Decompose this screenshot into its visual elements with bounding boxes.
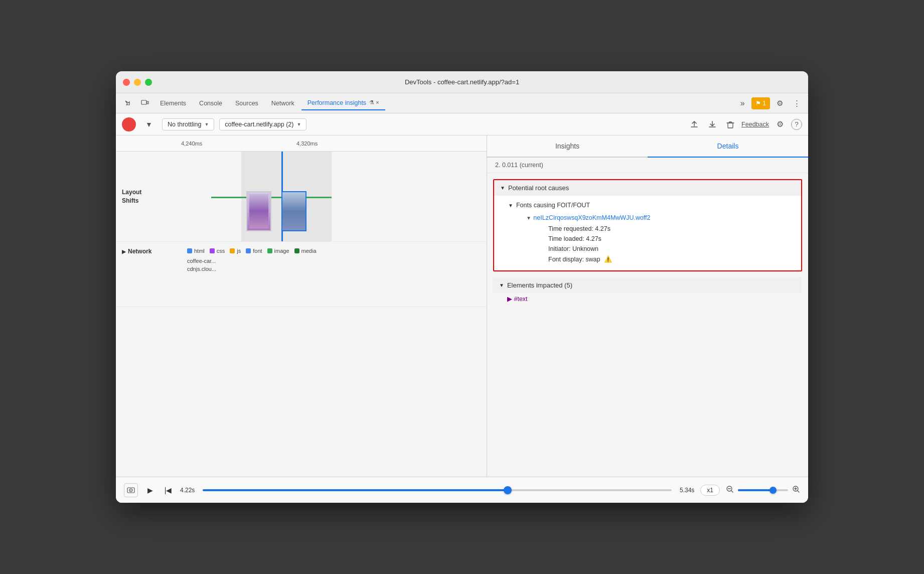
tab-performance-insights[interactable]: Performance insights ⚗ ×: [301, 96, 385, 110]
screenshot-toggle[interactable]: [124, 483, 138, 497]
more-options-button[interactable]: ⋮: [789, 96, 804, 110]
device-icon[interactable]: [137, 96, 153, 110]
download-icon[interactable]: [705, 117, 719, 131]
legend-js: js: [230, 248, 241, 254]
skip-start-button[interactable]: |◀: [162, 484, 174, 496]
font-link[interactable]: neILzCirqoswsqX9zoKmM4MwWJU.woff2: [533, 214, 650, 221]
fonts-section: ▼ Fonts causing FOIT/FOUT ▼ neILzCirqosw…: [500, 200, 795, 264]
left-panel: 4,240ms 4,320ms Layout Shifts: [116, 135, 487, 477]
speed-button[interactable]: x1: [700, 485, 720, 496]
legend-dot-media: [294, 248, 299, 253]
thumbnail-2[interactable]: [281, 191, 306, 231]
legend-html: html: [187, 248, 205, 254]
legend-dot-font: [246, 248, 251, 253]
legend-font: font: [246, 248, 262, 254]
tab-bar: Elements Console Sources Network Perform…: [116, 93, 808, 113]
layout-shifts-row: Layout Shifts: [116, 152, 487, 242]
upload-icon[interactable]: [687, 117, 701, 131]
throttling-dropdown[interactable]: No throttling ▼: [162, 118, 214, 130]
fonts-expand-icon[interactable]: ▼: [508, 203, 513, 208]
tab-elements[interactable]: Elements: [154, 96, 192, 110]
time-loaded: Time loaded: 4.27s: [522, 234, 795, 244]
network-content: html css js font: [181, 242, 487, 307]
ruler-tick-2: 4,320ms: [296, 140, 318, 147]
tab-console[interactable]: Console: [193, 96, 228, 110]
potential-root-causes-section: ▼ Potential root causes ▼ Fonts causing …: [493, 179, 802, 271]
tab-details[interactable]: Details: [648, 135, 808, 158]
network-urls: coffee-car... cdnjs.clou...: [181, 254, 487, 276]
hash-text[interactable]: ▶ #text: [493, 293, 802, 305]
font-link-row: ▼ neILzCirqoswsqX9zoKmM4MwWJU.woff2: [522, 211, 795, 224]
throttling-arrow: ▼: [204, 122, 209, 127]
tab-sources[interactable]: Sources: [229, 96, 264, 110]
zoom-in-icon[interactable]: [792, 485, 800, 495]
thumbnail-1[interactable]: [246, 191, 271, 231]
legend-dot-html: [187, 248, 192, 253]
potential-root-causes-header: ▼ Potential root causes: [494, 180, 801, 196]
zoom-slider[interactable]: [738, 489, 788, 491]
tab-network[interactable]: Network: [265, 96, 300, 110]
expand-icon[interactable]: ▼: [500, 185, 505, 191]
zoom-thumb[interactable]: [769, 487, 777, 494]
font-display: Font display: swap ⚠️: [522, 254, 795, 264]
record-button[interactable]: [122, 117, 136, 131]
elements-expand-icon[interactable]: ▼: [499, 282, 504, 288]
svg-point-5: [130, 490, 131, 491]
notification-button[interactable]: ⚑ 1: [751, 97, 770, 109]
zoom-out-icon[interactable]: [726, 485, 734, 495]
help-icon[interactable]: ?: [791, 119, 802, 130]
tab-close-icon[interactable]: ⚗ ×: [369, 99, 379, 106]
bottom-bar: ▶ |◀ 4.22s 5.34s x1: [116, 477, 808, 503]
time-requested: Time requested: 4.27s: [522, 224, 795, 234]
network-url-1: coffee-car...: [187, 258, 481, 264]
network-expand-icon[interactable]: ▶: [122, 249, 126, 254]
network-label-title: ▶ Network: [122, 248, 175, 255]
play-button[interactable]: ▶: [144, 484, 156, 496]
warning-icon: ⚠️: [604, 255, 612, 263]
font-details: ▼ neILzCirqoswsqX9zoKmM4MwWJU.woff2 Time…: [500, 211, 795, 264]
window-title: DevTools - coffee-cart.netlify.app/?ad=1: [405, 78, 519, 86]
timeline-ruler: 4,240ms 4,320ms: [116, 135, 487, 152]
network-row: ▶ Network html css: [116, 242, 487, 307]
time-end: 5.34s: [680, 487, 694, 494]
panel-tabs: Insights Details: [487, 135, 808, 158]
close-button[interactable]: [123, 79, 130, 86]
details-content[interactable]: 2. 0.011 (current) ▼ Potential root caus…: [487, 158, 808, 477]
maximize-button[interactable]: [145, 79, 152, 86]
legend-image: image: [267, 248, 289, 254]
inspect-icon[interactable]: [120, 96, 136, 110]
feedback-link[interactable]: Feedback: [741, 121, 769, 128]
elements-impacted-section: ▼ Elements impacted (5) ▶ #text: [493, 277, 802, 305]
svg-rect-1: [147, 101, 148, 104]
minimize-button[interactable]: [134, 79, 141, 86]
time-start: 4.22s: [180, 487, 195, 494]
legend-css: css: [210, 248, 225, 254]
potential-root-causes-body: ▼ Fonts causing FOIT/FOUT ▼ neILzCirqosw…: [494, 196, 801, 270]
record-dropdown-arrow[interactable]: ▼: [141, 117, 157, 131]
settings-button[interactable]: ⚙: [772, 96, 787, 110]
toolbar-actions: Feedback ⚙ ?: [687, 117, 802, 131]
title-bar: DevTools - coffee-cart.netlify.app/?ad=1: [116, 71, 808, 93]
network-url-2: cdnjs.clou...: [187, 266, 481, 272]
network-label: ▶ Network: [116, 242, 181, 307]
delete-icon[interactable]: [723, 117, 737, 131]
layout-shifts-label: Layout Shifts: [116, 188, 181, 205]
svg-rect-0: [141, 100, 146, 104]
slider-track: [203, 489, 507, 491]
svg-rect-2: [728, 123, 733, 128]
slider-thumb[interactable]: [504, 486, 512, 494]
toolbar-settings-icon[interactable]: ⚙: [773, 117, 787, 131]
main-area: 4,240ms 4,320ms Layout Shifts: [116, 135, 808, 477]
font-arrow[interactable]: ▼: [526, 215, 531, 221]
more-tabs-button[interactable]: »: [735, 96, 749, 110]
initiator: Initiator: Unknown: [522, 244, 795, 254]
tab-insights[interactable]: Insights: [487, 135, 648, 157]
url-dropdown[interactable]: coffee-cart.netlify.app (2) ▼: [219, 118, 306, 130]
layout-shifts-track[interactable]: [181, 152, 487, 241]
legend-dot-js: [230, 248, 235, 253]
timeline-slider[interactable]: [203, 489, 672, 491]
legend-media: media: [294, 248, 317, 254]
zoom-section: [726, 485, 800, 495]
network-legend: html css js font: [181, 248, 487, 254]
ruler-tick-1: 4,240ms: [181, 140, 202, 147]
